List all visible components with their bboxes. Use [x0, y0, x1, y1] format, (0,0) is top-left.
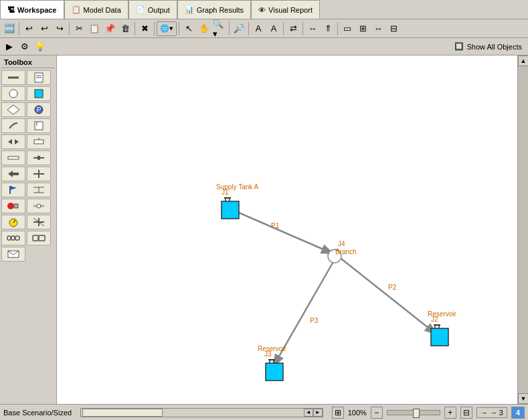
- toolbox-row-12: [1, 247, 55, 261]
- close-button[interactable]: ✖: [137, 21, 152, 36]
- toolbox-row-11: [1, 231, 55, 245]
- horizontal-scrollbar[interactable]: ◄ ►: [80, 408, 323, 417]
- scroll-right-button[interactable]: ►: [313, 409, 323, 417]
- tool-pump2[interactable]: [1, 199, 25, 213]
- canvas-area[interactable]: P1 P2 P3 J1 Supply Tank A J4 Branch J2 R…: [57, 56, 517, 404]
- toolbox-row-5: [1, 134, 55, 149]
- delete-button[interactable]: 🗑: [118, 21, 133, 36]
- tool-envelope[interactable]: [1, 247, 25, 261]
- zoom-in-button[interactable]: +: [444, 407, 456, 419]
- node-j2-sublabel: Reservoir: [428, 310, 456, 318]
- toolbox-row-4: [1, 118, 55, 133]
- svg-rect-35: [15, 236, 19, 240]
- zoom-fit-button[interactable]: ⊞: [332, 407, 344, 419]
- pan-button[interactable]: ✋: [197, 21, 211, 36]
- tool-pipe[interactable]: [1, 70, 25, 85]
- cut-button[interactable]: ✂: [72, 21, 86, 36]
- move-btn2[interactable]: ⇑: [321, 21, 335, 36]
- tab-visual-report-label: Visual Report: [268, 6, 313, 14]
- scroll-down-button[interactable]: ▼: [518, 393, 528, 404]
- toolbox-row-2: [1, 86, 55, 101]
- globe-button[interactable]: 🌐▾: [157, 21, 177, 36]
- toolbox-row-3: P: [1, 102, 55, 117]
- tool-connector[interactable]: [27, 150, 51, 165]
- tool-pump[interactable]: P: [27, 102, 51, 117]
- paste-button[interactable]: 📌: [102, 21, 117, 36]
- scenario-label: Base Scenario/Sized: [3, 409, 72, 417]
- tool-gauge[interactable]: [1, 215, 25, 229]
- zoom-slider[interactable]: [387, 410, 440, 415]
- scroll-left-button[interactable]: ◄: [304, 409, 313, 417]
- move-btn1[interactable]: ↔: [305, 21, 320, 36]
- tool-bend[interactable]: [1, 118, 25, 133]
- show-all-objects-button[interactable]: 🔲 Show All Objects: [450, 41, 526, 52]
- tab-model-data[interactable]: 📋 Model Data: [64, 0, 128, 19]
- zoom-copy-button[interactable]: ⊟: [460, 407, 472, 419]
- tool-valve1[interactable]: [1, 134, 25, 149]
- run-button[interactable]: ▶: [2, 39, 17, 54]
- zoom-out-button[interactable]: −: [371, 407, 383, 419]
- h-scroll-thumb[interactable]: [82, 409, 163, 417]
- shape-btn3[interactable]: ↔: [371, 21, 385, 36]
- zoom-button[interactable]: 🔍▾: [212, 21, 227, 36]
- tool-chain2[interactable]: [27, 231, 51, 245]
- zoom-thumb[interactable]: [413, 409, 420, 418]
- workspace-icon: 🏗: [7, 6, 15, 14]
- bulb-button[interactable]: 💡: [33, 39, 48, 54]
- svg-rect-12: [8, 156, 19, 159]
- copy-button[interactable]: 📋: [87, 21, 102, 36]
- undo-button[interactable]: ↩: [21, 21, 36, 36]
- undo2-button[interactable]: ↩: [37, 21, 52, 36]
- arrow-button[interactable]: ⇄: [286, 21, 300, 36]
- tool-chain[interactable]: [1, 231, 25, 245]
- tab-graph-results[interactable]: 📊 Graph Results: [177, 0, 251, 19]
- tool-cross[interactable]: [27, 167, 51, 181]
- tool-tank[interactable]: [27, 86, 51, 101]
- tool-doc2[interactable]: [27, 118, 51, 133]
- shape-btn2[interactable]: ⊞: [355, 21, 370, 36]
- tool-measure[interactable]: [27, 183, 51, 197]
- object-count-label: 4: [516, 409, 520, 417]
- tool-arrow-l[interactable]: [1, 167, 25, 181]
- svg-rect-10: [34, 140, 43, 144]
- tab-workspace[interactable]: 🏗 Workspace: [0, 0, 64, 19]
- text-a2-button[interactable]: A: [266, 21, 281, 36]
- tab-output[interactable]: 📄 Output: [128, 0, 177, 19]
- redo-button[interactable]: ↪: [52, 21, 67, 36]
- node-j1-sublabel: Supply Tank A: [216, 183, 259, 191]
- tool-diamond[interactable]: [1, 102, 25, 117]
- find-button[interactable]: 🔎: [232, 21, 246, 36]
- nav-prev-button[interactable]: → → 3: [476, 407, 507, 418]
- vertical-scrollbar[interactable]: ▲ ▼: [517, 56, 528, 404]
- tool-pipe-section[interactable]: [1, 150, 25, 165]
- select-button[interactable]: ↖: [181, 21, 196, 36]
- node-j3-sublabel: Reservoir: [258, 345, 286, 352]
- tool-doc[interactable]: [27, 70, 51, 85]
- node-j3[interactable]: [266, 363, 283, 381]
- main-area: Toolbox P: [0, 56, 528, 404]
- tool-valve2[interactable]: [27, 134, 51, 149]
- sep7: [248, 22, 249, 35]
- scroll-track[interactable]: [518, 66, 528, 393]
- shape-btn1[interactable]: ▭: [340, 21, 355, 36]
- sep2: [69, 22, 70, 35]
- sep8: [283, 22, 284, 35]
- scroll-up-button[interactable]: ▲: [518, 56, 528, 66]
- tool-cross2[interactable]: [27, 215, 51, 229]
- tab-visual-report[interactable]: 👁 Visual Report: [251, 0, 320, 19]
- svg-marker-20: [10, 186, 17, 190]
- tool-circle[interactable]: [1, 86, 25, 101]
- show-all-label: Show All Objects: [466, 43, 522, 51]
- shape-btn4[interactable]: ⊟: [386, 21, 401, 36]
- node-j2[interactable]: [431, 328, 448, 346]
- tool-pipe-h[interactable]: [27, 199, 51, 213]
- sep6: [229, 22, 230, 35]
- text-a-button[interactable]: A: [251, 21, 266, 36]
- new-button[interactable]: 🆕: [2, 21, 17, 36]
- toolbox-row-8: [1, 183, 55, 197]
- tool-flag[interactable]: [1, 183, 25, 197]
- node-j1[interactable]: [222, 201, 239, 219]
- settings-button[interactable]: ⚙: [17, 39, 32, 54]
- svg-text:P: P: [37, 106, 41, 114]
- tab-model-data-label: Model Data: [84, 6, 121, 14]
